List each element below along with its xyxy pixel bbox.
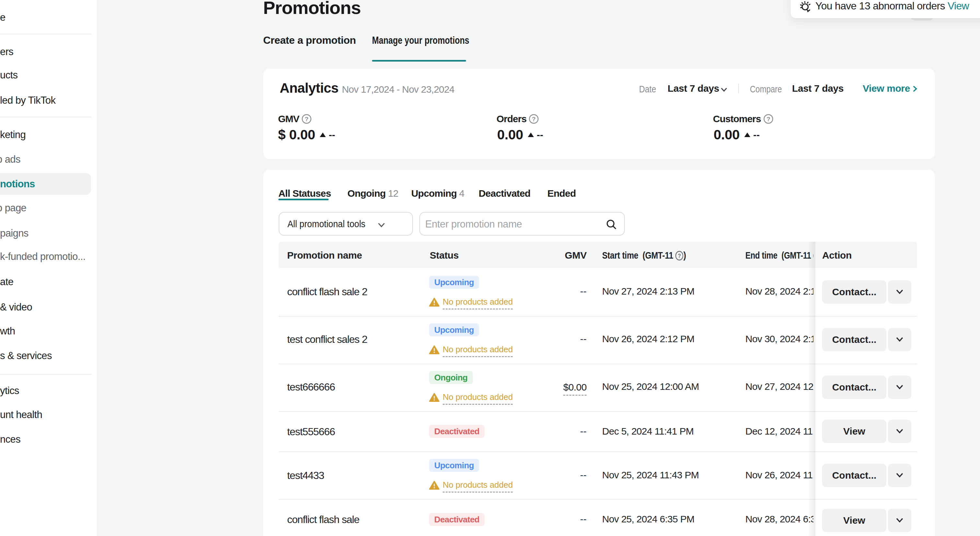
svg-text:?: ? (305, 116, 309, 122)
svg-text:?: ? (532, 116, 536, 122)
svg-text:?: ? (678, 253, 681, 259)
svg-text:?: ? (767, 116, 770, 122)
